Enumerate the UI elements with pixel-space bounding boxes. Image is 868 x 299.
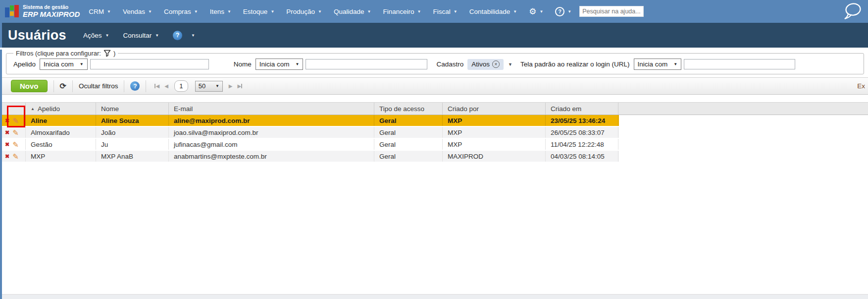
menu-item-producao[interactable]: Produção▼: [286, 8, 322, 15]
next-page-button[interactable]: ▶: [229, 83, 233, 89]
titlebar-more-dropdown[interactable]: ▼: [191, 33, 195, 38]
menu-consultar[interactable]: Consultar ▼: [123, 32, 159, 39]
select-value: Inicia com: [259, 60, 290, 68]
cell-criado-em: 04/03/25 08:14:05: [546, 151, 618, 162]
cell-criado-em: 11/04/25 12:22:48: [546, 139, 618, 150]
chevron-down-icon: ▼: [227, 9, 231, 14]
novo-button[interactable]: Novo: [11, 80, 48, 92]
header-criado-em[interactable]: Criado em: [546, 103, 618, 115]
table-row[interactable]: ✖ ✎ Aline Aline Souza aline@maxiprod.com…: [2, 115, 619, 127]
prev-page-button[interactable]: ◀: [164, 83, 168, 89]
cell-criado-em: 26/05/25 08:33:07: [546, 127, 618, 138]
row-actions: ✖ ✎: [2, 151, 26, 162]
edit-pencil-icon[interactable]: ✎: [12, 153, 19, 160]
column-label: Tipo de acesso: [379, 105, 424, 113]
refresh-icon[interactable]: ⟳: [60, 81, 66, 91]
page-title: Usuários: [8, 28, 66, 43]
header-email[interactable]: E-mail: [169, 103, 374, 115]
chevron-down-icon: ▼: [296, 62, 300, 66]
toolbar-divider: [72, 80, 73, 92]
filters-legend-text: Filtros (clique para configurar:: [16, 50, 101, 57]
pagination: ◀ ◀ 1 50 ▼ ▶ ▶: [152, 80, 245, 92]
delete-icon[interactable]: ✖: [5, 154, 9, 159]
nome-filter-input[interactable]: [306, 59, 427, 69]
content-area: Filtros (clique para configurar: ) Apeli…: [0, 50, 868, 299]
header-criado-por[interactable]: Criado por: [443, 103, 546, 115]
apelido-filter-input[interactable]: [90, 59, 209, 69]
select-value: 50: [199, 82, 205, 90]
toolbar-divider: [146, 80, 146, 92]
row-actions: ✖ ✎: [2, 127, 26, 138]
help-icon[interactable]: ?: [130, 81, 140, 91]
cell-tipo: Geral: [374, 127, 443, 138]
menu-label: Compras: [164, 8, 191, 15]
delete-icon[interactable]: ✖: [5, 130, 9, 135]
chevron-down-icon: ▼: [539, 9, 543, 14]
cell-criado-por: MXP: [443, 139, 546, 150]
column-label: Criado em: [551, 105, 581, 113]
chevron-down-icon: ▼: [513, 9, 517, 14]
app-logo[interactable]: Sistema de gestão ERP MAXIPROD: [5, 4, 80, 19]
menu-item-financeiro[interactable]: Financeiro▼: [383, 8, 421, 15]
ocultar-filtros-button[interactable]: Ocultar filtros: [79, 82, 118, 90]
first-page-button[interactable]: ◀: [154, 83, 159, 89]
cell-tipo: Geral: [374, 139, 443, 150]
delete-icon[interactable]: ✖: [5, 142, 9, 147]
nome-operator-select[interactable]: Inicia com ▼: [255, 59, 304, 70]
menu-label: CRM: [89, 8, 104, 15]
tela-operator-select[interactable]: Inicia com ▼: [634, 59, 682, 70]
menu-item-compras[interactable]: Compras▼: [164, 8, 198, 15]
filter-funnel-icon[interactable]: [103, 50, 111, 57]
menu-item-qualidade[interactable]: Qualidade▼: [334, 8, 371, 15]
edit-pencil-icon[interactable]: ✎: [12, 117, 19, 124]
menu-item-settings[interactable]: ⚙▼: [529, 7, 543, 16]
menu-item-itens[interactable]: Itens▼: [210, 8, 231, 15]
cadastro-ativos-chip[interactable]: Ativos ×: [467, 59, 504, 70]
logo-text: Sistema de gestão ERP MAXIPROD: [23, 4, 80, 18]
filters-panel: Filtros (clique para configurar: ) Apeli…: [6, 50, 864, 74]
last-page-button[interactable]: ▶: [238, 83, 243, 89]
remove-chip-icon[interactable]: ×: [492, 60, 500, 68]
header-tipo-acesso[interactable]: Tipo de acesso: [374, 103, 443, 115]
menu-item-estoque[interactable]: Estoque▼: [243, 8, 274, 15]
cell-apelido: MXP: [26, 151, 96, 162]
app-window: Sistema de gestão ERP MAXIPROD CRM▼ Vend…: [0, 0, 868, 299]
apelido-filter-label: Apelido: [13, 60, 36, 68]
column-label: E-mail: [174, 105, 193, 113]
chat-icon[interactable]: [843, 2, 862, 20]
filters-legend: Filtros (clique para configurar: ): [13, 50, 118, 57]
header-apelido[interactable]: ▲ Apelido: [26, 103, 96, 115]
edit-pencil-icon[interactable]: ✎: [12, 141, 19, 148]
menu-acoes[interactable]: Ações ▼: [83, 32, 109, 39]
help-search-input[interactable]: [579, 6, 644, 17]
edit-pencil-icon[interactable]: ✎: [12, 129, 19, 136]
cell-nome: Ju: [96, 139, 169, 150]
tela-filter-input[interactable]: [684, 59, 795, 69]
cell-nome: MXP AnaB: [96, 151, 169, 162]
menu-item-help[interactable]: ?▼: [555, 7, 571, 16]
gear-icon: ⚙: [529, 7, 536, 16]
header-nome[interactable]: Nome: [96, 103, 169, 115]
cadastro-filter-label: Cadastro: [436, 60, 463, 68]
apelido-operator-select[interactable]: Inicia com ▼: [40, 59, 88, 70]
cadastro-dropdown-icon[interactable]: ▼: [508, 62, 512, 67]
delete-icon[interactable]: ✖: [5, 118, 9, 123]
cell-nome: João: [96, 127, 169, 138]
grid-toolbar: Novo ⟳ Ocultar filtros ? ◀ ◀ 1 50 ▼ ▶ ▶ …: [2, 77, 868, 95]
page-number-input[interactable]: 1: [174, 80, 188, 92]
table-row[interactable]: ✖ ✎ MXP MXP AnaB anabmartins@mxpteste.co…: [2, 151, 619, 163]
menu-label: Itens: [210, 8, 224, 15]
table-row[interactable]: ✖ ✎ Gestão Ju jufinacas@gmail.com Geral …: [2, 139, 619, 151]
table-row[interactable]: ✖ ✎ Almoxarifado João joao.silva@maxipro…: [2, 127, 619, 139]
help-icon[interactable]: ?: [173, 31, 182, 40]
page-size-select[interactable]: 50 ▼: [195, 81, 223, 92]
chevron-down-icon: ▼: [367, 9, 371, 14]
bottom-strip: [2, 294, 868, 299]
menu-item-crm[interactable]: CRM▼: [89, 8, 111, 15]
menu-item-fiscal[interactable]: Fiscal▼: [433, 8, 457, 15]
page-title-bar: Usuários Ações ▼ Consultar ▼ ? ▼: [0, 23, 868, 48]
chevron-down-icon: ▼: [318, 9, 322, 14]
export-link[interactable]: Ex: [857, 82, 865, 90]
menu-item-contabilidade[interactable]: Contabilidade▼: [469, 8, 517, 15]
menu-item-vendas[interactable]: Vendas▼: [123, 8, 152, 15]
